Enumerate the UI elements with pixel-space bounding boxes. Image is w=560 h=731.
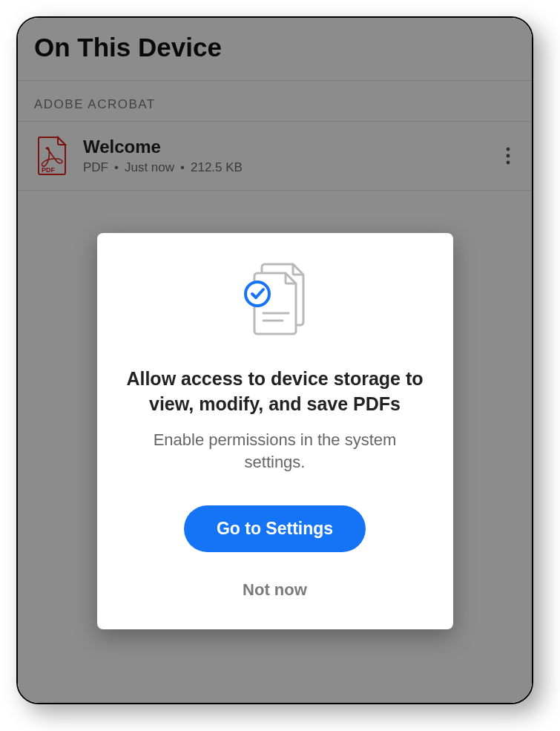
not-now-button[interactable]: Not now [234, 574, 316, 606]
device-frame: On This Device ADOBE ACROBAT PDF Welcome… [16, 16, 533, 704]
document-check-icon [125, 260, 425, 341]
app-content: On This Device ADOBE ACROBAT PDF Welcome… [18, 18, 532, 703]
dialog-title: Allow access to device storage to view, … [125, 367, 425, 417]
dialog-body: Enable permissions in the system setting… [125, 429, 425, 475]
go-to-settings-button[interactable]: Go to Settings [184, 505, 366, 552]
permission-dialog: Allow access to device storage to view, … [97, 233, 453, 629]
